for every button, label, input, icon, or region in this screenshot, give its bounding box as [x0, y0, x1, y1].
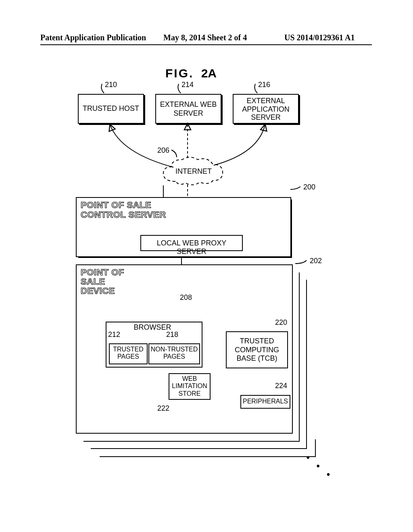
box-external-web-server: EXTERNAL WEB SERVER — [155, 94, 221, 124]
figure-title: FIG. 2A — [165, 66, 217, 80]
label-peripherals: PERIPHERALS — [241, 398, 290, 405]
box-web-limitation-store: WEB LIMITATION STORE — [169, 373, 211, 400]
ellipsis-dots: • • • — [302, 451, 336, 483]
box-local-web-proxy: LOCAL WEB PROXY SERVER — [140, 235, 243, 251]
label-external-web-server: EXTERNAL WEB SERVER — [156, 100, 221, 118]
header-rule — [40, 44, 372, 45]
box-trusted-pages: TRUSTED PAGES — [109, 343, 148, 364]
ref-224: 224 — [275, 382, 287, 390]
shadow-b-1 — [78, 257, 292, 258]
box-peripherals: PERIPHERALS — [240, 395, 290, 409]
label-non-trusted-pages: NON-TRUSTED PAGES — [149, 346, 199, 361]
label-trusted-pages: TRUSTED PAGES — [110, 346, 147, 361]
label-external-app-server: EXTERNAL APPLICATION SERVER — [234, 97, 298, 122]
ref-216: 216 — [258, 81, 270, 89]
figure-title-prefix: FIG. — [165, 66, 194, 80]
ref-206: 206 — [157, 146, 169, 155]
box-non-trusted-pages: NON-TRUSTED PAGES — [148, 343, 200, 364]
label-local-web-proxy: LOCAL WEB PROXY SERVER — [141, 239, 242, 256]
ref-hook-206 — [169, 148, 186, 160]
ref-200: 200 — [303, 183, 315, 191]
ref-212: 212 — [108, 330, 120, 339]
ref-222: 222 — [157, 404, 169, 413]
ref-220: 220 — [275, 318, 287, 327]
header-right: US 2014/0129361 A1 — [284, 33, 355, 42]
label-tcb: TRUSTED COMPUTING BASE (TCB) — [227, 337, 287, 363]
ref-210: 210 — [105, 81, 117, 89]
box-trusted-host: TRUSTED HOST — [78, 94, 144, 124]
ref-202: 202 — [310, 257, 322, 265]
box-tcb: TRUSTED COMPUTING BASE (TCB) — [226, 331, 288, 368]
label-pos-device: POINT OF SALE DEVICE — [81, 268, 124, 295]
shadow-r-1 — [291, 200, 292, 258]
figure-title-num: 2A — [201, 66, 217, 80]
ref-218: 218 — [166, 330, 178, 339]
label-trusted-host: TRUSTED HOST — [79, 104, 143, 113]
header-left: Patent Application Publication — [40, 33, 146, 42]
label-internet: INTERNET — [173, 167, 214, 176]
label-web-limitation-store: WEB LIMITATION STORE — [169, 375, 210, 397]
ref-214: 214 — [181, 81, 194, 89]
label-pos-control-server: POINT OF SALE CONTROL SERVER — [81, 200, 166, 220]
header-center: May 8, 2014 Sheet 2 of 4 — [163, 33, 247, 42]
page: { "header": { "left": "Patent Applicatio… — [0, 0, 413, 532]
box-external-app-server: EXTERNAL APPLICATION SERVER — [233, 94, 299, 124]
ref-208: 208 — [180, 293, 192, 302]
